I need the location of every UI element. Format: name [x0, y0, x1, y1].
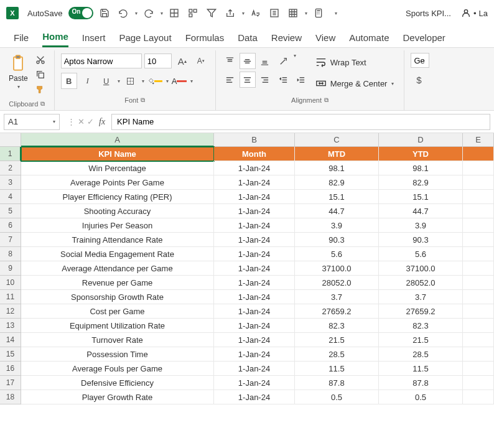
- cell[interactable]: 1-Jan-24: [214, 333, 295, 347]
- row-header[interactable]: 15: [0, 347, 21, 362]
- cell[interactable]: [463, 276, 494, 290]
- row-header[interactable]: 9: [0, 261, 21, 276]
- align-middle-icon[interactable]: [240, 53, 256, 69]
- cell[interactable]: 1-Jan-24: [214, 276, 295, 290]
- cell[interactable]: 1-Jan-24: [214, 261, 295, 276]
- cell[interactable]: [463, 362, 494, 376]
- tab-home[interactable]: Home: [42, 31, 68, 47]
- cell[interactable]: 1-Jan-24: [214, 190, 295, 204]
- cell[interactable]: Defensive Efficiency: [21, 376, 214, 390]
- cell[interactable]: 1-Jan-24: [214, 290, 295, 304]
- cell[interactable]: 37100.0: [379, 261, 463, 276]
- tab-file[interactable]: File: [14, 32, 29, 47]
- cell[interactable]: Social Media Engagement Rate: [21, 247, 214, 261]
- row-header[interactable]: 16: [0, 362, 21, 376]
- cell[interactable]: KPI Name: [21, 147, 214, 161]
- tab-insert[interactable]: Insert: [82, 32, 106, 47]
- fill-color-dropdown[interactable]: ▾: [166, 78, 169, 84]
- cell[interactable]: 98.1: [379, 161, 463, 175]
- cell[interactable]: 90.3: [379, 233, 463, 247]
- cell[interactable]: 98.1: [295, 161, 379, 175]
- cancel-icon[interactable]: ✕: [78, 117, 85, 127]
- cell[interactable]: 90.3: [295, 233, 379, 247]
- cell[interactable]: Cost per Game: [21, 304, 214, 319]
- row-header[interactable]: 5: [0, 204, 21, 218]
- row-header[interactable]: 1: [0, 147, 21, 161]
- tab-automate[interactable]: Automate: [349, 32, 389, 47]
- cell[interactable]: Equipment Utilization Rate: [21, 319, 214, 333]
- cell[interactable]: 0.5: [379, 390, 463, 404]
- underline-dropdown[interactable]: ▾: [118, 78, 120, 84]
- cell[interactable]: 11.5: [295, 362, 379, 376]
- align-top-icon[interactable]: [222, 53, 238, 69]
- cell[interactable]: 5.6: [379, 247, 463, 261]
- fill-color-button[interactable]: [147, 73, 163, 89]
- cut-icon[interactable]: [33, 53, 48, 67]
- row-header[interactable]: 6: [0, 218, 21, 233]
- font-size-select[interactable]: [144, 54, 172, 68]
- borders-button[interactable]: [123, 73, 139, 89]
- cell[interactable]: 21.5: [379, 333, 463, 347]
- cell[interactable]: YTD: [379, 147, 463, 161]
- cell[interactable]: Player Efficiency Rating (PER): [21, 190, 214, 204]
- cell[interactable]: [463, 175, 494, 190]
- cell[interactable]: 27659.2: [379, 304, 463, 319]
- share-icon[interactable]: [223, 6, 238, 21]
- autosave-toggle[interactable]: On: [68, 7, 93, 19]
- cell[interactable]: 11.5: [379, 362, 463, 376]
- row-header[interactable]: 14: [0, 333, 21, 347]
- redo-dropdown[interactable]: ▾: [161, 11, 163, 16]
- cell[interactable]: 44.7: [379, 204, 463, 218]
- undo-icon[interactable]: [116, 6, 131, 21]
- cell[interactable]: 15.1: [295, 190, 379, 204]
- cell[interactable]: 1-Jan-24: [214, 175, 295, 190]
- cell[interactable]: 28.5: [295, 347, 379, 362]
- orientation-dropdown[interactable]: ▾: [294, 53, 296, 69]
- cell[interactable]: 44.7: [295, 204, 379, 218]
- document-title[interactable]: Sports KPI...: [406, 9, 451, 18]
- cell[interactable]: 1-Jan-24: [214, 319, 295, 333]
- formula-input[interactable]: [111, 114, 490, 130]
- cell[interactable]: Win Percentage: [21, 161, 214, 175]
- cell[interactable]: [463, 376, 494, 390]
- cell[interactable]: [463, 218, 494, 233]
- tab-page-layout[interactable]: Page Layout: [119, 32, 171, 47]
- calc-icon[interactable]: [267, 6, 282, 21]
- borders-icon[interactable]: [167, 6, 182, 21]
- cell[interactable]: 87.8: [295, 376, 379, 390]
- row-header[interactable]: 12: [0, 304, 21, 319]
- table-icon[interactable]: [286, 6, 301, 21]
- insert-function-button[interactable]: fx: [96, 117, 108, 127]
- cell[interactable]: 1-Jan-24: [214, 247, 295, 261]
- align-bottom-icon[interactable]: [257, 53, 273, 69]
- cell[interactable]: 0.5: [295, 390, 379, 404]
- undo-dropdown[interactable]: ▾: [135, 11, 137, 16]
- cell[interactable]: 27659.2: [295, 304, 379, 319]
- cell[interactable]: 82.9: [379, 175, 463, 190]
- tab-developer[interactable]: Developer: [403, 32, 445, 47]
- cell[interactable]: 1-Jan-24: [214, 304, 295, 319]
- cell[interactable]: 1-Jan-24: [214, 390, 295, 404]
- cell[interactable]: Revenue per Game: [21, 276, 214, 290]
- col-header-E[interactable]: E: [463, 133, 494, 147]
- table-dropdown[interactable]: ▾: [305, 11, 307, 16]
- col-header-C[interactable]: C: [295, 133, 379, 147]
- redo-icon[interactable]: [141, 6, 156, 21]
- row-header[interactable]: 17: [0, 376, 21, 390]
- row-header[interactable]: 11: [0, 290, 21, 304]
- cell[interactable]: [463, 390, 494, 404]
- cell[interactable]: Possession Time: [21, 347, 214, 362]
- decrease-indent-icon[interactable]: [276, 72, 292, 88]
- cell[interactable]: 37100.0: [295, 261, 379, 276]
- paste-button[interactable]: Paste ▾: [6, 53, 30, 96]
- cell[interactable]: [463, 333, 494, 347]
- user-badge[interactable]: • La: [461, 8, 488, 18]
- cell[interactable]: [463, 290, 494, 304]
- cell[interactable]: 1-Jan-24: [214, 204, 295, 218]
- wrap-text-button[interactable]: Wrap Text: [312, 55, 398, 69]
- cell[interactable]: 3.7: [379, 290, 463, 304]
- row-header[interactable]: 4: [0, 190, 21, 204]
- cell[interactable]: 15.1: [379, 190, 463, 204]
- cell[interactable]: 82.3: [295, 319, 379, 333]
- cell[interactable]: Injuries Per Season: [21, 218, 214, 233]
